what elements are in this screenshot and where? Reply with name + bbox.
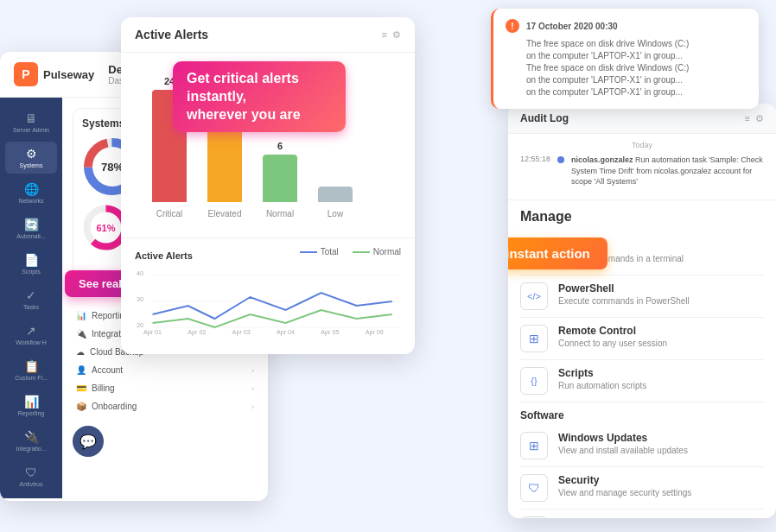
security-name: Security (558, 474, 764, 486)
sidebar-label: Systems (20, 162, 43, 168)
audit-log-title: Audit Log (520, 112, 569, 124)
audit-card-icons: ≡ ⚙ (745, 113, 764, 124)
sidebar-item-custom[interactable]: 📋 Custom Fi... (5, 354, 57, 386)
sidebar-label: Scripts (22, 269, 40, 275)
sidebar-label: Automati... (16, 233, 45, 239)
sidebar-item-patch[interactable]: 🔧 Patch Ma... (5, 496, 57, 501)
powershell-name: PowerShell (558, 282, 764, 294)
nav-billing-label: Billing (92, 383, 115, 393)
alerts-card-icons: ≡ ⚙ (382, 29, 401, 41)
bar-group-low: Low (318, 183, 353, 218)
chart-header: Active Alerts Total Normal (135, 247, 401, 263)
sidebar-item-workflow[interactable]: ↗ Workflow H (5, 319, 57, 351)
manage-item-windows-updates[interactable]: ⊞ Windows Updates View and install avail… (520, 425, 764, 467)
bar-normal (263, 155, 297, 202)
chat-button[interactable]: 💬 (73, 426, 104, 457)
sidebar-label: Networks (18, 198, 43, 204)
sidebar-item-scripts[interactable]: 📄 Scripts (5, 248, 57, 280)
legend-total: Total (300, 247, 339, 256)
alerts-settings-icon[interactable]: ⚙ (392, 29, 401, 41)
sidebar-label: Workflow H (16, 339, 47, 345)
workflow-icon: ↗ (26, 324, 36, 338)
sidebar-item-antivirus[interactable]: 🛡 Antivirus (5, 460, 57, 492)
nav-billing[interactable]: 💳 Billing › (73, 379, 258, 397)
powershell-icon: </> (520, 282, 548, 310)
sidebar-item-tasks[interactable]: ✓ Tasks (5, 283, 57, 315)
manage-item-content: Windows Updates View and install availab… (558, 432, 764, 455)
nav-item-left: 📦 Onboarding (76, 402, 137, 411)
chevron-icon: › (251, 384, 254, 393)
bar-elevated (207, 124, 242, 202)
sidebar-item-reporting[interactable]: 📊 Reporting (5, 390, 57, 421)
tasks-icon: ✓ (26, 288, 36, 302)
nav-account-label: Account (92, 365, 123, 375)
svg-text:Apr 05: Apr 05 (321, 329, 339, 336)
sidebar-item-networks[interactable]: 🌐 Networks (5, 177, 57, 209)
nav-onboarding-label: Onboarding (92, 402, 137, 411)
sidebar-item-systems[interactable]: ⚙ Systems (5, 142, 57, 174)
pulseway-logo: P Pulseway (14, 62, 94, 86)
audit-menu-icon[interactable]: ≡ (745, 113, 750, 124)
manage-item-content: PowerShell Execute commands in PowerShel… (558, 282, 764, 306)
integrations-icon-small: 🔌 (76, 329, 86, 339)
powershell-desc: Execute commands in PowerShell (558, 296, 764, 306)
windows-updates-name: Windows Updates (558, 432, 764, 444)
alerts-body: Get critical alerts instantly,wherever y… (121, 53, 415, 238)
manage-item-security[interactable]: 🛡 Security View and manage security sett… (520, 467, 764, 510)
sidebar-label: Server Admin (13, 127, 49, 133)
svg-text:Apr 03: Apr 03 (232, 329, 251, 336)
manage-item-powershell[interactable]: </> PowerShell Execute commands in Power… (520, 276, 764, 318)
sidebar: 🖥 Server Admin ⚙ Systems 🌐 Networks 🔄 Au… (0, 98, 62, 498)
manage-item-remote[interactable]: ⊞ Remote Control Connect to any user ses… (520, 318, 764, 360)
sidebar-item-automation[interactable]: 🔄 Automati... (5, 212, 57, 244)
sidebar-label: Custom Fi... (15, 375, 48, 381)
legend-line-total (300, 251, 317, 253)
svg-text:Apr 01: Apr 01 (143, 329, 162, 336)
sidebar-label: Integratio... (16, 446, 46, 452)
critical-alerts-badge: Get critical alerts instantly,wherever y… (173, 61, 346, 132)
legend-line-normal (353, 251, 370, 253)
sidebar-item-integrations[interactable]: 🔌 Integratio... (5, 425, 57, 457)
manage-item-content: Scripts Run automation scripts (558, 367, 764, 390)
bar-label-critical: Critical (156, 209, 183, 218)
manage-item-content: Security View and manage security settin… (558, 474, 764, 497)
chart-legend: Total Normal (300, 247, 401, 256)
logo-icon: P (14, 62, 38, 86)
scripts-manage-desc: Run automation scripts (558, 381, 764, 390)
audit-settings-icon[interactable]: ⚙ (755, 113, 764, 124)
sparkline-area: 40 30 20 Apr 01 Apr 02 Apr 03 Apr 04 Apr… (135, 267, 401, 336)
toast-header: ! 17 October 2020 00:30 (506, 19, 747, 33)
applications-name: Applications (558, 516, 764, 518)
scripts-manage-name: Scripts (558, 367, 764, 379)
manage-item-applications[interactable]: 📦 Applications Manage installed applicat… (520, 510, 764, 518)
notification-toast: ! 17 October 2020 00:30 The free space o… (491, 9, 759, 109)
sidebar-label: Reporting (18, 410, 44, 416)
sidebar-label: Tasks (23, 304, 39, 310)
legend-label-total: Total (321, 247, 339, 256)
windows-updates-icon: ⊞ (520, 432, 548, 459)
software-divider: Software (520, 409, 764, 421)
security-desc: View and manage security settings (558, 488, 764, 497)
scripts-icon: 📄 (24, 253, 39, 267)
manage-section-title: Manage (520, 209, 764, 225)
take-action-badge: Take instant action (508, 238, 607, 269)
audit-text: nicolas.gonzalez Run automation task 'Sa… (571, 155, 764, 187)
nav-onboarding[interactable]: 📦 Onboarding › (73, 397, 258, 415)
logo-text: Pulseway (43, 68, 94, 81)
networks-icon: 🌐 (24, 182, 39, 196)
manage-item-scripts[interactable]: {} Scripts Run automation scripts (520, 360, 764, 402)
systems-icon: ⚙ (26, 147, 37, 161)
remote-name: Remote Control (558, 325, 764, 337)
bar-label-elevated: Elevated (208, 209, 242, 218)
alerts-header: Active Alerts ≡ ⚙ (121, 17, 415, 53)
bar-group-normal: 6 Normal (263, 141, 297, 218)
svg-text:Apr 04: Apr 04 (277, 329, 295, 336)
bar-label-normal: Normal (266, 209, 294, 218)
alerts-menu-icon[interactable]: ≡ (382, 29, 387, 41)
legend-normal: Normal (353, 247, 401, 256)
sidebar-item-server-admin[interactable]: 🖥 Server Admin (5, 106, 57, 138)
sidebar-label: Antivirus (20, 481, 43, 487)
nav-account[interactable]: 👤 Account › (73, 361, 258, 379)
toast-time: 17 October 2020 00:30 (526, 22, 618, 31)
billing-icon-small: 💳 (76, 383, 86, 393)
